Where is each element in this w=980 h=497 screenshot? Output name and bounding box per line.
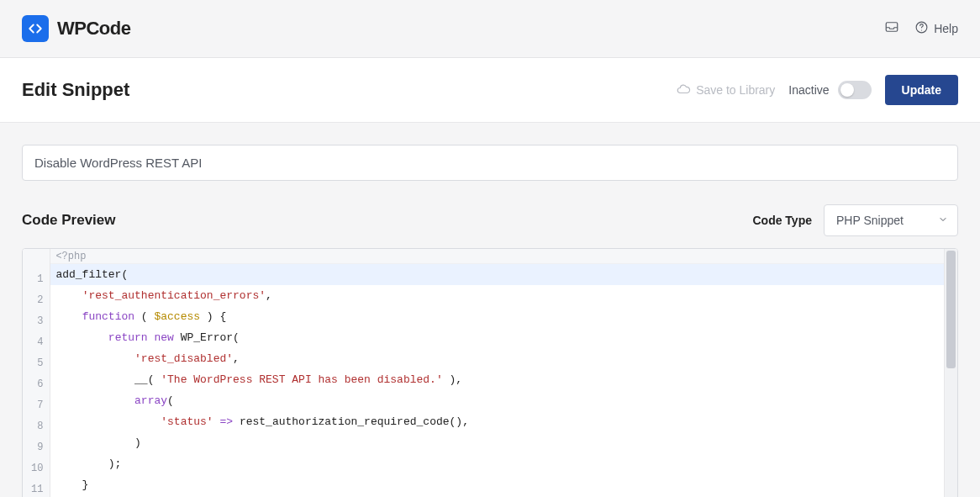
brand-name: WPCode (57, 18, 130, 40)
gutter-line-number: 5 (31, 353, 43, 374)
gutter-line-number: 10 (31, 458, 43, 479)
section-header: Code Preview Code Type PHP Snippet (22, 204, 958, 236)
code-line[interactable]: } (50, 474, 957, 495)
readonly-php-open: <?php (50, 249, 957, 264)
code-line[interactable]: __( 'The WordPress REST API has been dis… (50, 369, 957, 390)
page-title: Edit Snippet (22, 79, 129, 101)
gutter-line-number: 4 (31, 332, 43, 353)
scroll-thumb[interactable] (946, 251, 956, 368)
inbox-icon[interactable] (884, 19, 899, 38)
save-to-library-label: Save to Library (696, 83, 775, 97)
code-type-select[interactable]: PHP Snippet (824, 204, 958, 236)
update-button[interactable]: Update (885, 75, 958, 105)
toolbar-actions: Save to Library Inactive Update (676, 75, 958, 105)
gutter-line-number: 8 (31, 416, 43, 437)
save-to-library-button[interactable]: Save to Library (676, 82, 775, 99)
code-line[interactable]: 'rest_disabled', (50, 348, 957, 369)
code-editor[interactable]: 1234567891011 <?php add_filter( 'rest_au… (22, 248, 958, 497)
code-type-label: Code Type (752, 214, 812, 227)
top-bar-right: Help (884, 19, 958, 38)
brand: WPCode (22, 15, 130, 42)
toggle-knob (840, 83, 854, 97)
gutter-line-number: 11 (31, 479, 43, 497)
snippet-title-input[interactable] (22, 145, 958, 181)
code-lines[interactable]: add_filter( 'rest_authentication_errors'… (50, 264, 957, 495)
content: Code Preview Code Type PHP Snippet 12345… (0, 123, 980, 497)
page-toolbar: Edit Snippet Save to Library Inactive Up… (0, 58, 980, 123)
code-line[interactable]: 'rest_authentication_errors', (50, 285, 957, 306)
svg-rect-0 (886, 23, 898, 32)
help-icon (914, 20, 929, 37)
help-label: Help (934, 22, 958, 35)
active-toggle[interactable] (838, 81, 872, 99)
editor-scrollbar[interactable] (944, 249, 957, 497)
code-line[interactable]: return new WP_Error( (50, 327, 957, 348)
gutter-line-number: 7 (31, 395, 43, 416)
status-label: Inactive (788, 83, 829, 97)
cloud-icon (676, 82, 691, 99)
brand-logo-icon (22, 15, 49, 42)
code-line[interactable]: ) (50, 432, 957, 453)
help-link[interactable]: Help (914, 20, 958, 37)
code-type-group: Code Type PHP Snippet (752, 204, 958, 236)
code-line[interactable]: array( (50, 390, 957, 411)
gutter-line-number: 6 (31, 374, 43, 395)
status-group: Inactive (788, 81, 871, 99)
gutter-line-number: 1 (31, 269, 43, 290)
code-line[interactable]: function ( $access ) { (50, 306, 957, 327)
code-line[interactable]: 'status' => rest_authorization_required_… (50, 411, 957, 432)
gutter-line-number: 2 (31, 290, 43, 311)
code-line[interactable]: add_filter( (50, 264, 957, 285)
gutter-line-number: 3 (31, 311, 43, 332)
top-bar: WPCode Help (0, 0, 980, 58)
code-line[interactable]: ); (50, 453, 957, 474)
gutter-line-number: 9 (31, 437, 43, 458)
code-preview-title: Code Preview (22, 212, 116, 229)
editor-gutter: 1234567891011 (23, 249, 50, 497)
